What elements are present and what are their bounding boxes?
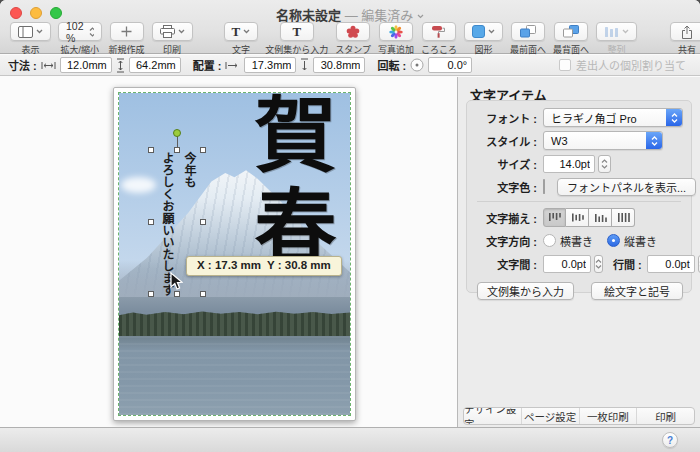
position-y-input[interactable] <box>313 57 365 73</box>
text-tool-button[interactable]: T <box>224 22 259 41</box>
text-t-icon: T <box>232 25 241 38</box>
tab-design-settings[interactable]: デザイン設定 <box>464 408 522 424</box>
sender-checkbox[interactable] <box>559 59 571 71</box>
emoji-symbols-button[interactable]: 絵文字と記号 <box>591 282 683 300</box>
handle-top-mid[interactable] <box>174 147 180 153</box>
size-row: サイズ : <box>475 154 683 173</box>
shape-button[interactable] <box>464 22 503 41</box>
print-button[interactable] <box>152 22 193 41</box>
color-label: 文字色 : <box>475 179 537 195</box>
sender-assignment: 差出人の個別割り当て <box>559 57 692 73</box>
tracking-stepper[interactable] <box>594 255 603 273</box>
font-select[interactable]: ヒラギノ角ゴ Pro <box>543 108 683 127</box>
toolbar-item-front: 最前面へ <box>510 22 546 56</box>
tab-page-settings[interactable]: ページ設定 <box>522 408 580 424</box>
share-icon <box>681 25 693 39</box>
radio-on-icon <box>607 234 620 247</box>
toolbar-item-new: 新規作成 <box>109 22 145 56</box>
position-label: 配置 : <box>193 57 222 73</box>
position-x-input[interactable] <box>244 57 296 73</box>
calligraphy-text-object[interactable]: 賀春 <box>240 92 334 276</box>
leading-input[interactable] <box>647 255 695 273</box>
width-input[interactable] <box>60 57 112 73</box>
rotation-input[interactable] <box>428 57 472 73</box>
align-justify-button[interactable] <box>612 208 635 227</box>
chevron-down-icon <box>488 29 495 34</box>
new-document-button[interactable] <box>110 22 144 41</box>
send-to-back-button[interactable] <box>554 22 588 41</box>
popup-arrows-icon <box>666 109 682 126</box>
handle-top-right[interactable] <box>200 147 206 153</box>
height-input[interactable] <box>129 57 181 73</box>
toolbar-item-share: 共有 <box>670 22 700 56</box>
font-row: フォント : ヒラギノ角ゴ Pro <box>475 108 683 127</box>
chevron-down-icon <box>243 29 250 34</box>
align-top-button[interactable] <box>543 208 566 227</box>
tab-print[interactable]: 印刷 <box>637 408 694 424</box>
panel-buttons-row: 文例集から入力 絵文字と記号 <box>477 282 683 300</box>
font-label: フォント : <box>475 110 537 126</box>
mouse-cursor-icon <box>169 272 183 292</box>
phrases-button[interactable]: T <box>280 22 314 41</box>
rotation-handle[interactable] <box>173 129 181 137</box>
stamp-button[interactable] <box>336 22 370 41</box>
send-back-icon <box>563 25 579 38</box>
handle-mid-right[interactable] <box>200 219 206 225</box>
align-bottom-button[interactable] <box>589 208 612 227</box>
toolbar-item-phrases: T 文例集から入力 <box>265 22 328 56</box>
design-canvas[interactable]: 賀春 今年も よろしくお願いいたします X : 17.3 mm Y : 30.8… <box>0 77 457 427</box>
size-label: サイズ : <box>475 156 537 172</box>
align-bars-icon <box>604 26 619 38</box>
toolbar-item-back: 最背面へ <box>553 22 589 56</box>
toolbar-item-stamp: スタンプ <box>335 22 371 56</box>
paint-roller-icon <box>431 25 446 38</box>
popup-arrows-icon <box>646 132 662 149</box>
phrases-library-button[interactable]: 文例集から入力 <box>477 282 574 300</box>
postcard[interactable]: 賀春 今年も よろしくお願いいたします X : 17.3 mm Y : 30.8… <box>113 87 356 421</box>
handle-top-left[interactable] <box>148 147 154 153</box>
horizontal-radio[interactable]: 横書き <box>543 233 593 249</box>
align-center-button[interactable] <box>566 208 589 227</box>
share-button[interactable] <box>670 22 700 41</box>
photos-pinwheel-icon <box>389 25 403 39</box>
add-photo-button[interactable] <box>379 22 413 41</box>
chevron-down-icon <box>36 29 43 34</box>
view-button[interactable] <box>10 22 51 41</box>
bring-front-icon <box>520 25 536 38</box>
handle-bottom-right[interactable] <box>200 291 206 297</box>
size-input[interactable] <box>543 155 595 173</box>
handle-mid-left[interactable] <box>148 219 154 225</box>
align-button[interactable] <box>596 22 637 41</box>
text-inspector-panel: 文字アイテム フォント : ヒラギノ角ゴ Pro スタイル : W3 <box>457 77 700 427</box>
text-align-label: 文字揃え : <box>475 210 537 226</box>
font-panel-button[interactable]: フォントパネルを表示... <box>557 178 696 196</box>
size-label: 寸法 : <box>8 57 37 73</box>
vertical-radio[interactable]: 縦書き <box>607 233 657 249</box>
zoom-stepper[interactable]: 102 % <box>58 22 102 41</box>
style-row: スタイル : W3 <box>475 131 683 150</box>
chevron-down-icon <box>622 29 629 34</box>
toolbar-item-zoom: 102 % 拡大/縮小 <box>58 22 102 56</box>
leading-label: 行間 : <box>613 256 642 272</box>
color-row: 文字色 : フォントパネルを表示... <box>475 177 683 196</box>
bring-to-front-button[interactable] <box>511 22 545 41</box>
tracking-input[interactable] <box>543 255 591 273</box>
style-select[interactable]: W3 <box>543 131 663 150</box>
spacing-row: 文字間 : 行間 : <box>475 254 683 273</box>
handle-bottom-left[interactable] <box>148 291 154 297</box>
width-icon <box>41 61 56 70</box>
direction-label: 文字方向 : <box>475 233 537 249</box>
help-button[interactable]: ? <box>662 432 678 448</box>
text-color-well[interactable] <box>543 179 545 194</box>
horizontal-label: 横書き <box>560 233 593 249</box>
position-x-icon <box>225 61 240 70</box>
photo-cloud <box>121 177 156 193</box>
size-stepper[interactable] <box>598 155 611 173</box>
rotation-label: 回転 : <box>377 57 406 73</box>
rotation-dial-icon[interactable] <box>410 58 424 72</box>
roller-button[interactable] <box>422 22 456 41</box>
titlebar: 名称未設定 — 編集済み <box>0 0 700 22</box>
tab-single-print[interactable]: 一枚印刷 <box>580 408 638 424</box>
toolbar-item-photo: 写真追加 <box>378 22 414 56</box>
toolbar-item-text: T 文字 <box>224 22 259 56</box>
